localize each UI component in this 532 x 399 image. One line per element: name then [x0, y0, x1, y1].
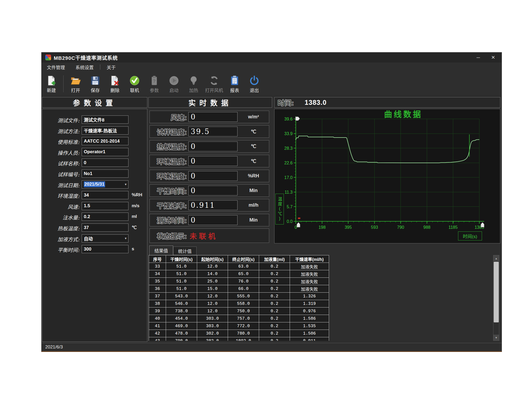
- drying-time-realtime-label: 干燥时间:: [157, 186, 187, 196]
- table-row[interactable]: 41469.0303.0772.00.21.535: [149, 322, 329, 330]
- scrollbar-thumb[interactable]: [494, 262, 499, 322]
- time-value: 1383.0: [305, 99, 326, 106]
- liquid-mode-label: 加液方式:: [42, 235, 80, 243]
- floppy-icon: [90, 74, 101, 86]
- drying-rate-realtime-value-box: 0.911: [188, 200, 238, 210]
- status-row: 状态提示: 未联机: [149, 228, 269, 243]
- wind-speed-row: 风速:1.5m/s: [42, 202, 147, 211]
- test-date-input[interactable]: 2021/5/31▼: [82, 180, 128, 189]
- table-row[interactable]: 3551.025.076.00.2加液失败: [149, 278, 329, 285]
- x-axis-left-slider-handle[interactable]: [297, 222, 300, 227]
- menu-about[interactable]: 关于: [101, 63, 121, 72]
- table-cell: 1.506: [290, 330, 329, 337]
- table-row[interactable]: 37543.012.0555.00.21.326: [149, 293, 329, 300]
- close-button[interactable]: ✕: [486, 52, 500, 63]
- table-row[interactable]: 40454.0303.0757.00.21.586: [149, 315, 329, 322]
- temperature-chart: 39.633.928.322.617.011.35.70.00198395593…: [275, 109, 500, 243]
- x-tick-label: 988: [423, 225, 431, 230]
- connect-button[interactable]: 联机: [125, 72, 144, 95]
- table-cell: 加液失败: [290, 285, 329, 293]
- ambient-humidity-input[interactable]: 34: [82, 191, 128, 199]
- test-time-realtime-value: 0: [191, 216, 196, 224]
- save-button[interactable]: 保存: [85, 72, 105, 95]
- table-row[interactable]: 38546.012.0558.00.21.319: [149, 300, 329, 307]
- liquid-mode-input[interactable]: 自动▼: [82, 234, 128, 243]
- balance-time-input[interactable]: 300: [82, 245, 128, 253]
- realtime-panel-header: 实时数据: [148, 97, 272, 108]
- hotplate-temp-row: 热板温度:37℃: [42, 223, 147, 232]
- table-cell: 加液失败: [290, 278, 329, 285]
- wind-speed-input[interactable]: 1.5: [82, 202, 128, 210]
- save-button-label: 保存: [91, 87, 100, 93]
- test-method-input[interactable]: 干燥速率-热板法: [82, 126, 128, 135]
- delete-button[interactable]: 删除: [105, 72, 125, 95]
- drying-time-realtime-label-wrap: 干燥时间:: [150, 185, 187, 197]
- sample-temp-realtime-unit: ℃: [240, 126, 267, 138]
- sample-name-input[interactable]: 0: [82, 159, 128, 167]
- x-tick-label: 395: [345, 225, 352, 230]
- y-tick-label: 28.3: [284, 146, 293, 151]
- menu-separator: [100, 64, 100, 70]
- table-cell: 15.0: [197, 285, 228, 293]
- table-cell: 1.319: [290, 300, 329, 307]
- liquid-mode-row: 加液方式:自动▼: [42, 234, 147, 243]
- tab-statistics[interactable]: 统计值: [173, 247, 197, 255]
- toolbar-separator: [63, 75, 64, 92]
- liquid-mode-dropdown-arrow-icon[interactable]: ▼: [124, 237, 127, 240]
- y-tick-label: 0.0: [287, 219, 293, 224]
- results-table-header: 序号干燥时间(s)起始时间(s)终止时间(s)加液量(ml)干燥速率(ml/h): [149, 255, 329, 263]
- table-row[interactable]: 39738.012.0750.00.20.976: [149, 307, 329, 315]
- test-file-input[interactable]: 测试文件8: [82, 115, 128, 124]
- table-row[interactable]: 43790.0302.01092.00.20.911: [149, 337, 329, 341]
- standard-input[interactable]: AATCC 201-2014: [82, 137, 128, 145]
- test-file-value: 测试文件8: [84, 116, 104, 123]
- table-cell: 1.586: [290, 315, 329, 322]
- scroll-down-arrow-icon[interactable]: ▼: [493, 335, 499, 340]
- table-row[interactable]: 3451.014.065.00.2加液失败: [149, 270, 329, 278]
- svg-text:?: ?: [153, 78, 156, 84]
- table-cell: 0.2: [259, 330, 290, 337]
- table-cell: 43: [149, 337, 166, 341]
- table-cell: 51.0: [166, 263, 197, 270]
- sample-no-label: 试样编号:: [42, 171, 80, 178]
- table-cell: 0.2: [259, 285, 290, 293]
- tab-result-values[interactable]: 结果值: [149, 246, 173, 255]
- operator-input[interactable]: Operator1: [82, 148, 128, 156]
- column-header-3: 终止时间(s): [228, 255, 259, 263]
- test-date-label: 测试日期:: [42, 181, 80, 189]
- fan-button-label: 打开风机: [205, 87, 223, 93]
- open-button[interactable]: 打开: [66, 72, 85, 95]
- report-button[interactable]: 报表: [225, 72, 244, 95]
- table-row[interactable]: 3351.012.063.00.2加液失败: [149, 263, 329, 270]
- scroll-up-arrow-icon[interactable]: ▲: [493, 255, 499, 261]
- ambient-humidity-value: 34: [84, 193, 89, 198]
- table-scrollbar[interactable]: ▲ ▼: [493, 255, 499, 341]
- x-axis-right-slider-handle[interactable]: [481, 222, 484, 227]
- wind-speed-unit: m/s: [132, 203, 139, 209]
- new-file-icon: [46, 74, 57, 86]
- y-axis-slider-handle[interactable]: [296, 117, 300, 120]
- wind-speed-realtime-unit: w/m²: [240, 111, 267, 123]
- minimize-button[interactable]: ─: [471, 52, 485, 63]
- sample-name-row: 试样名称:0: [42, 159, 147, 168]
- ambient-humidity-row: 环境湿度:34%RH: [42, 191, 147, 200]
- column-header-1: 干燥时间(s): [166, 255, 197, 263]
- new-button[interactable]: 新建: [41, 72, 61, 95]
- table-row[interactable]: 3651.015.066.00.2加液失败: [149, 285, 329, 293]
- test-date-dropdown-arrow-icon[interactable]: ▼: [124, 183, 127, 186]
- exit-button[interactable]: 退出: [244, 72, 264, 95]
- y-tick-label: 17.0: [284, 175, 293, 180]
- hotplate-temp-input[interactable]: 37: [82, 223, 128, 232]
- table-cell: 39: [149, 307, 166, 315]
- temperature-curve: [296, 136, 479, 163]
- menu-system-settings[interactable]: 系统设置: [70, 63, 99, 72]
- table-cell: 76.0: [228, 278, 259, 285]
- sample-no-input[interactable]: No1: [82, 169, 128, 178]
- menu-file-management[interactable]: 文件管理: [41, 63, 70, 72]
- ambient-humidity-realtime-unit: %RH: [240, 170, 267, 182]
- table-row[interactable]: 42478.0302.0780.00.21.506: [149, 330, 329, 337]
- balance-time-row: 平衡时间:300s: [42, 245, 147, 254]
- chart-y-axis-label: 温度(℃): [275, 194, 284, 225]
- water-volume-input[interactable]: 0.2: [82, 213, 128, 221]
- wind-speed-realtime-value: 0: [191, 113, 196, 121]
